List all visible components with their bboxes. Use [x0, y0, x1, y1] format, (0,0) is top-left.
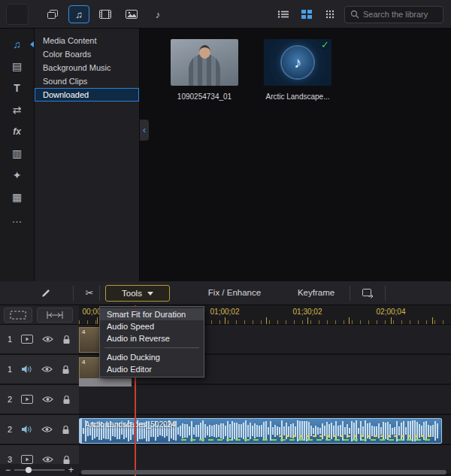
track-number: 2 — [8, 425, 18, 434]
video-filter-icon[interactable] — [95, 5, 116, 23]
import-media-icon[interactable] — [42, 5, 63, 23]
volume-line-yellow — [279, 435, 434, 437]
menu-item-audio-speed[interactable]: Audio Speed — [100, 320, 204, 332]
track-number: 2 — [8, 395, 18, 404]
track-lock-toggle[interactable] — [62, 455, 71, 465]
menu-item-audio-ducking[interactable]: Audio Ducking — [100, 351, 204, 363]
split-scissors-icon[interactable]: ✂ — [80, 286, 99, 301]
ruler-major-tick — [266, 317, 267, 324]
range-select-icon[interactable] — [4, 308, 32, 323]
track-header: 1 — [0, 325, 79, 355]
category-media-content[interactable]: Media Content — [35, 34, 139, 47]
video-track-icon — [21, 455, 33, 464]
particle-room-icon[interactable]: ✦ — [6, 167, 29, 183]
produce-range-icon[interactable] — [359, 286, 378, 301]
timeline-zoom-control: − + — [0, 464, 79, 476]
menu-separator — [104, 347, 199, 348]
zoom-slider-handle[interactable] — [26, 467, 32, 473]
timeline-corner-tools — [0, 305, 79, 325]
keyframe-button[interactable]: Keyframe — [284, 288, 348, 297]
audio-clip[interactable]: Arctic Landscapes_502024 — [79, 418, 442, 444]
audio-clip-label: Arctic Landscapes_502024 — [85, 420, 176, 429]
library-content-area: 1090254734_01 ♪ ✓ Arctic Landscape... — [140, 29, 451, 281]
ruler-major-tick — [97, 317, 98, 324]
menu-item-smart-fit[interactable]: Smart Fit for Duration — [100, 308, 204, 320]
audio-thumbnail: ♪ ✓ — [264, 39, 331, 86]
toolbar-separator — [385, 286, 386, 301]
grid-view-icon[interactable] — [298, 5, 316, 23]
media-item-label: Arctic Landscape... — [260, 92, 335, 101]
search-input[interactable] — [363, 10, 437, 19]
music-note-icon: ♪ — [294, 54, 301, 71]
timecode-label: 01;30;02 — [293, 308, 322, 316]
media-room-icon[interactable]: ♫ — [6, 36, 29, 52]
chevron-down-icon — [147, 292, 153, 296]
category-background-music[interactable]: Background Music — [35, 61, 139, 74]
ruler-major-tick — [432, 317, 433, 324]
track-lock-toggle[interactable] — [62, 395, 71, 405]
menu-item-audio-reverse[interactable]: Audio in Reverse — [100, 332, 204, 344]
toolbar-separator — [350, 286, 350, 301]
track-visibility-toggle[interactable] — [41, 426, 53, 433]
music-note-glyph: ♫ — [75, 9, 83, 20]
overlay-room-icon[interactable]: ▥ — [6, 145, 29, 161]
search-icon — [350, 10, 359, 19]
photo-filter-icon[interactable] — [121, 5, 142, 23]
zoom-slider[interactable] — [14, 469, 65, 471]
effect-room-icon[interactable]: fx — [6, 123, 29, 139]
apps-grid-icon[interactable] — [321, 5, 339, 23]
category-sound-clips[interactable]: Sound Clips — [35, 74, 139, 88]
design-pen-icon[interactable] — [36, 286, 56, 301]
view-controls — [274, 5, 443, 23]
transition-room-icon[interactable]: ⇄ — [6, 102, 29, 117]
music-filter-icon[interactable]: ♫ — [68, 5, 89, 23]
list-view-icon[interactable] — [274, 5, 292, 23]
track-lock-toggle[interactable] — [62, 365, 70, 374]
music-disc-icon: ♪ — [282, 47, 313, 78]
collapse-panel-handle[interactable]: ‹ — [140, 120, 149, 141]
media-filter-group: ♫ ♪ — [42, 5, 168, 23]
downloaded-check-icon: ✓ — [321, 39, 329, 50]
category-list: Media Content Color Boards Background Mu… — [35, 29, 140, 281]
clip-fragment[interactable]: 4 — [79, 327, 100, 353]
audio-track-icon — [21, 365, 32, 374]
more-rooms-icon[interactable]: … — [6, 211, 29, 226]
media-item-photo[interactable]: 1090254734_01 — [167, 39, 242, 101]
audio-note-glyph: ♪ — [156, 9, 161, 20]
track-visibility-toggle[interactable] — [42, 396, 53, 403]
tools-button-label: Tools — [122, 289, 142, 298]
subtitle-room-icon[interactable]: ▦ — [6, 189, 29, 205]
ruler-major-tick — [225, 317, 226, 324]
category-downloaded[interactable]: Downloaded — [35, 88, 139, 102]
media-item-audio[interactable]: ♪ ✓ Arctic Landscape... — [260, 39, 335, 101]
collapsed-clip-strip[interactable] — [79, 378, 132, 387]
horizontal-scrollbar[interactable] — [81, 470, 446, 474]
track-number: 1 — [8, 335, 18, 344]
trim-range-icon[interactable] — [37, 308, 73, 323]
library-search — [344, 6, 443, 23]
room-rail: ♫ ▤ T ⇄ fx ▥ ✦ ▦ … — [0, 29, 35, 281]
zoom-in-button[interactable]: + — [68, 465, 74, 474]
video-track-icon — [21, 395, 33, 404]
tools-dropdown-button[interactable]: Tools — [105, 285, 170, 302]
ruler-major-tick — [391, 317, 392, 324]
library-corner-button[interactable] — [6, 4, 29, 25]
photo-thumbnail — [171, 39, 238, 86]
category-color-boards[interactable]: Color Boards — [35, 47, 139, 61]
timecode-label: 01;00;02 — [210, 308, 240, 316]
track-visibility-toggle[interactable] — [42, 456, 53, 463]
tools-dropdown-menu: Smart Fit for Duration Audio Speed Audio… — [99, 306, 204, 377]
title-room-icon[interactable]: T — [6, 80, 29, 96]
board-room-icon[interactable]: ▤ — [6, 58, 29, 74]
menu-item-audio-editor[interactable]: Audio Editor — [100, 363, 204, 375]
fix-enhance-button[interactable]: Fix / Enhance — [189, 288, 280, 297]
toolbar-separator — [99, 286, 100, 301]
track-visibility-toggle[interactable] — [42, 335, 53, 343]
track-lock-toggle[interactable] — [62, 335, 71, 344]
audio-filter-icon[interactable]: ♪ — [147, 5, 168, 23]
toolbar-separator — [73, 286, 74, 301]
track-visibility-toggle[interactable] — [41, 365, 53, 373]
track-number: 3 — [8, 455, 18, 464]
track-lock-toggle[interactable] — [62, 425, 70, 435]
zoom-out-button[interactable]: − — [5, 465, 11, 474]
